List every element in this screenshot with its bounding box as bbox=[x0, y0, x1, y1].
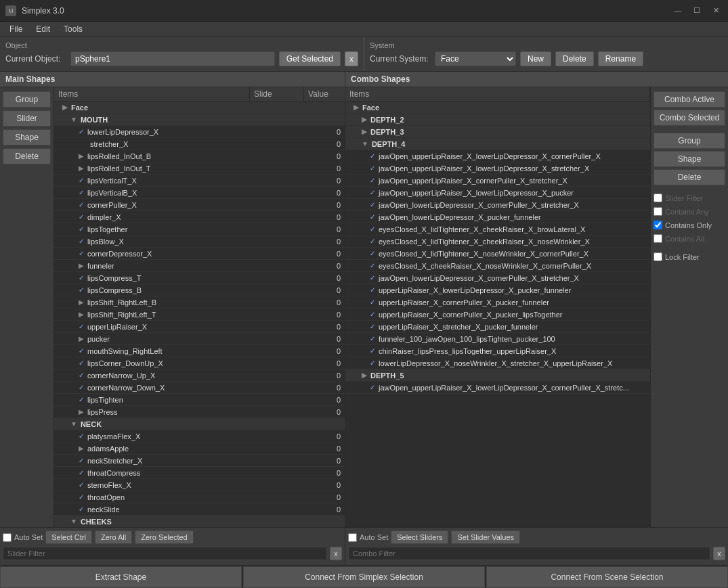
tree-row[interactable]: ✓ lipsCompress_T 0 bbox=[54, 272, 345, 284]
tree-row[interactable]: ▶ pucker 0 bbox=[54, 333, 345, 345]
tree-row[interactable]: ✓ jawOpen_upperLipRaiser_X_lowerLipDepre… bbox=[345, 382, 650, 394]
delete-system-button[interactable]: Delete bbox=[555, 51, 594, 66]
tree-row[interactable]: ✓ throatOpen 0 bbox=[54, 491, 345, 503]
tree-row[interactable]: ▶ adamsApple 0 bbox=[54, 443, 345, 455]
combo-group-button[interactable]: Group bbox=[654, 133, 725, 149]
tree-row[interactable]: ✓ mouthSwing_RightLeft 0 bbox=[54, 345, 345, 357]
new-system-button[interactable]: New bbox=[520, 51, 551, 66]
tree-row[interactable]: ✓ eyesClosed_X_lidTightener_X_cheekRaise… bbox=[345, 223, 650, 235]
system-dropdown[interactable]: Face bbox=[435, 51, 516, 66]
tree-row[interactable]: ▶ DEPTH_3 bbox=[345, 126, 650, 138]
tree-row[interactable]: ▶ Face bbox=[345, 101, 650, 114]
shape-button[interactable]: Shape bbox=[3, 129, 51, 145]
tree-row[interactable]: ✓ cornerPuller_X 0 bbox=[54, 199, 345, 211]
tree-row[interactable]: ✓ upperLipRaiser_X 0 bbox=[54, 321, 345, 333]
tree-row[interactable]: ✓ jawOpen_upperLipRaiser_X_lowerLipDepre… bbox=[345, 162, 650, 175]
select-sliders-button[interactable]: Select Sliders bbox=[391, 530, 448, 544]
tree-row[interactable]: ✓ upperLipRaiser_X_lowerLipDepressor_X_p… bbox=[345, 284, 650, 296]
lock-filter-checkbox[interactable] bbox=[654, 252, 662, 261]
connect-from-simplex-button[interactable]: Connect From Simplex Selection bbox=[243, 566, 485, 588]
slider-button[interactable]: Slider bbox=[3, 110, 51, 127]
contains-all-checkbox[interactable] bbox=[654, 234, 662, 243]
tree-row[interactable]: ✓ upperLipRaiser_X_stretcher_X_pucker_fu… bbox=[345, 321, 650, 333]
tree-row[interactable]: ▼ MOUTH bbox=[54, 114, 345, 126]
tree-row[interactable]: ✓ chinRaiser_lipsPress_lipsTogether_uppe… bbox=[345, 345, 650, 357]
combo-filter-input[interactable] bbox=[348, 547, 710, 560]
zero-selected-button[interactable]: Zero Selected bbox=[135, 530, 193, 544]
contains-only-checkbox[interactable] bbox=[654, 221, 662, 229]
tree-row[interactable]: ✓ jawOpen_upperLipRaiser_X_lowerLipDepre… bbox=[345, 150, 650, 162]
tree-row[interactable]: stretcher_X 0 bbox=[54, 138, 345, 150]
combo-filter-clear[interactable]: x bbox=[713, 547, 725, 560]
zero-all-button[interactable]: Zero All bbox=[95, 530, 132, 544]
tree-row[interactable]: ▶ lipsShift_RightLeft_T 0 bbox=[54, 309, 345, 321]
tree-row[interactable]: ▶ lipsShift_RightLeft_B 0 bbox=[54, 296, 345, 309]
select-ctrl-button[interactable]: Select Ctrl bbox=[45, 530, 92, 544]
tree-row[interactable]: ✓ upperLipRaiser_X_cornerPuller_X_pucker… bbox=[345, 309, 650, 321]
tree-row[interactable]: ▶ funneler 0 bbox=[54, 260, 345, 272]
connect-from-scene-button[interactable]: Connect From Scene Selection bbox=[486, 566, 728, 588]
combo-shape-button[interactable]: Shape bbox=[654, 151, 725, 167]
rename-system-button[interactable]: Rename bbox=[598, 51, 643, 66]
tree-row[interactable]: ✓ cornerDepressor_X 0 bbox=[54, 248, 345, 260]
tree-row[interactable]: ✓ cornerNarrow_Down_X 0 bbox=[54, 382, 345, 394]
tree-row[interactable]: ✓ eyesClosed_X_lidTightener_X_noseWrinkl… bbox=[345, 248, 650, 260]
tree-row[interactable]: ✓ lipsVerticalT_X 0 bbox=[54, 175, 345, 187]
slider-filter-checkbox[interactable] bbox=[654, 194, 662, 202]
tree-row[interactable]: ✓ eyesClosed_X_cheekRaiser_X_noseWrinkle… bbox=[345, 260, 650, 272]
combo-delete-button[interactable]: Delete bbox=[654, 169, 725, 185]
tree-row[interactable]: ✓ funneler_100_jawOpen_100_lipsTighten_p… bbox=[345, 333, 650, 345]
tree-row[interactable]: ▼ NECK bbox=[54, 418, 345, 430]
tree-row[interactable]: ▶ lipsPress 0 bbox=[54, 406, 345, 418]
tree-row[interactable]: ▼ DEPTH_4 bbox=[345, 138, 650, 150]
main-shapes-tree[interactable]: Items Slide Value ▶ Face ▼ MOUTH ✓ bbox=[54, 87, 345, 527]
set-slider-values-button[interactable]: Set Slider Values bbox=[451, 530, 520, 544]
tree-row[interactable]: ✓ upperLipRaiser_X_cornerPuller_X_pucker… bbox=[345, 296, 650, 309]
tree-row[interactable]: ✓ dimpler_X 0 bbox=[54, 211, 345, 223]
tree-row[interactable]: ✓ lipsBlow_X 0 bbox=[54, 235, 345, 248]
combo-selected-button[interactable]: Combo Selected bbox=[654, 110, 725, 126]
tree-row[interactable]: ✓ lipsTighten 0 bbox=[54, 394, 345, 406]
delete-button[interactable]: Delete bbox=[3, 148, 51, 164]
menu-edit[interactable]: Edit bbox=[29, 23, 57, 35]
tree-row[interactable]: ✓ jawOpen_lowerLipDepressor_X_pucker_fun… bbox=[345, 211, 650, 223]
menu-tools[interactable]: Tools bbox=[57, 23, 89, 35]
get-selected-button[interactable]: Get Selected bbox=[279, 51, 341, 66]
tree-row[interactable]: ✓ neckStretcher_X 0 bbox=[54, 455, 345, 467]
group-button[interactable]: Group bbox=[3, 91, 51, 108]
tree-row[interactable]: ✓ eyesClosed_X_lidTightener_X_cheekRaise… bbox=[345, 235, 650, 248]
slider-filter-input[interactable] bbox=[3, 547, 327, 560]
menu-file[interactable]: File bbox=[3, 23, 29, 35]
tree-row[interactable]: ✓ sternoFlex_X 0 bbox=[54, 479, 345, 491]
tree-row[interactable]: ▶ DEPTH_2 bbox=[345, 114, 650, 126]
maximize-button[interactable]: ☐ bbox=[690, 4, 704, 18]
slider-filter-clear[interactable]: x bbox=[330, 547, 342, 560]
tree-row[interactable]: ✓ jawOpen_upperLipRaiser_X_lowerLipDepre… bbox=[345, 187, 650, 199]
combo-active-button[interactable]: Combo Active bbox=[654, 91, 725, 108]
tree-row[interactable]: ✓ lipsCorner_DownUp_X 0 bbox=[54, 357, 345, 369]
tree-row[interactable]: ▶ lipsRolled_InOut_T 0 bbox=[54, 162, 345, 175]
auto-set-checkbox-left[interactable] bbox=[3, 533, 12, 542]
tree-row[interactable]: ✓ cornerNarrow_Up_X 0 bbox=[54, 369, 345, 382]
extract-shape-button[interactable]: Extract Shape bbox=[0, 566, 242, 588]
tree-row[interactable]: ✓ lipsTogether 0 bbox=[54, 223, 345, 235]
tree-row[interactable]: ▶ lipsRolled_InOut_B 0 bbox=[54, 150, 345, 162]
tree-row[interactable]: ✓ throatCompress 0 bbox=[54, 467, 345, 479]
tree-row[interactable]: ✓ platysmaFlex_X 0 bbox=[54, 430, 345, 443]
close-button[interactable]: ✕ bbox=[709, 4, 723, 18]
tree-row[interactable]: ✓ jawOpen_lowerLipDepressor_X_cornerPull… bbox=[345, 272, 650, 284]
auto-set-checkbox-right[interactable] bbox=[348, 533, 357, 542]
contains-any-checkbox[interactable] bbox=[654, 207, 662, 216]
tree-row[interactable]: ✓ lowerLipDepressor_X_noseWrinkler_X_str… bbox=[345, 357, 650, 369]
tree-row[interactable]: ✓ lowerLipDepressor_X 0 bbox=[54, 126, 345, 138]
tree-row[interactable]: ✓ jawOpen_upperLipRaiser_X_cornerPuller_… bbox=[345, 175, 650, 187]
tree-row[interactable]: ▶ DEPTH_5 bbox=[345, 369, 650, 382]
current-object-input[interactable] bbox=[70, 51, 275, 66]
tree-row[interactable]: ✓ neckSlide 0 bbox=[54, 503, 345, 516]
combo-shapes-tree[interactable]: Items ▶ Face ▶ DEPTH_2 ▶ DEPTH_3 ▼ DEPTH… bbox=[345, 87, 650, 527]
tree-row[interactable]: ▼ CHEEKS bbox=[54, 516, 345, 527]
tree-row[interactable]: ✓ jawOpen_lowerLipDepressor_X_cornerPull… bbox=[345, 199, 650, 211]
minimize-button[interactable]: — bbox=[671, 4, 685, 18]
tree-row[interactable]: ✓ lipsCompress_B 0 bbox=[54, 284, 345, 296]
tree-row[interactable]: ✓ lipsVerticalB_X 0 bbox=[54, 187, 345, 199]
